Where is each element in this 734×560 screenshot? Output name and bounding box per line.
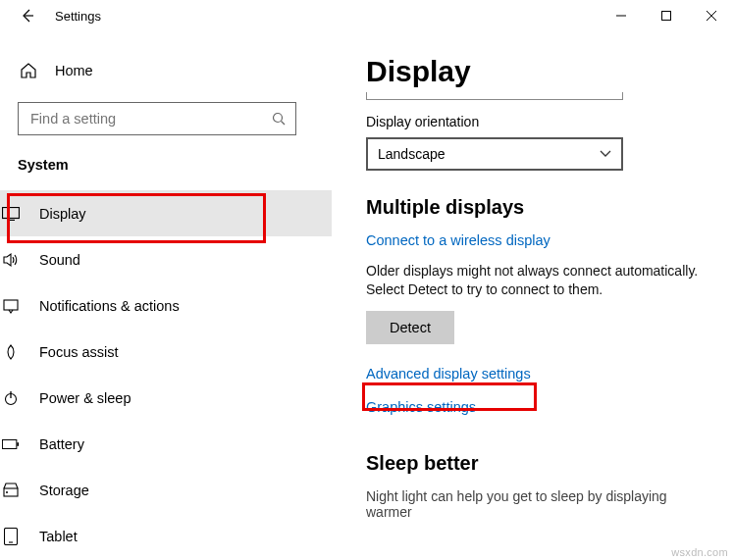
svg-rect-12: [2, 439, 16, 448]
power-icon: [2, 389, 20, 407]
nav-label: Sound: [39, 252, 80, 268]
search-icon: [272, 112, 286, 126]
home-icon: [20, 62, 37, 79]
close-icon: [707, 11, 716, 21]
watermark: wsxdn.com: [671, 546, 728, 558]
arrow-left-icon: [20, 8, 35, 24]
page-title: Display: [366, 55, 707, 88]
svg-point-15: [6, 491, 8, 493]
nav-item-power-sleep[interactable]: Power & sleep: [0, 375, 332, 421]
battery-icon: [2, 435, 20, 453]
nav-label: Tablet: [39, 529, 78, 544]
svg-rect-7: [3, 207, 20, 218]
svg-point-5: [274, 114, 283, 123]
storage-icon: [2, 482, 20, 499]
connect-wireless-link[interactable]: Connect to a wireless display: [366, 232, 550, 248]
display-icon: [2, 205, 20, 223]
search-box[interactable]: [18, 102, 296, 135]
svg-rect-13: [17, 442, 19, 446]
nav-item-display[interactable]: Display: [0, 190, 332, 236]
window-title: Settings: [55, 9, 101, 24]
close-button[interactable]: [689, 0, 734, 31]
nav-item-sound[interactable]: Sound: [0, 236, 332, 282]
sidebar: Home System Display Sound Notifi: [0, 31, 314, 560]
detect-button[interactable]: Detect: [366, 311, 454, 344]
home-label: Home: [55, 63, 93, 78]
svg-rect-9: [4, 300, 18, 310]
nav-item-storage[interactable]: Storage: [0, 467, 332, 513]
older-displays-text: Older displays might not always connect …: [366, 262, 707, 299]
nav-label: Power & sleep: [39, 390, 131, 406]
search-input[interactable]: [28, 110, 272, 127]
tablet-icon: [2, 528, 20, 545]
advanced-display-settings-link[interactable]: Advanced display settings: [366, 366, 531, 382]
orientation-dropdown[interactable]: Landscape: [366, 137, 623, 171]
graphics-settings-link[interactable]: Graphics settings: [366, 399, 476, 415]
sleep-better-heading: Sleep better: [366, 452, 707, 475]
maximize-icon: [661, 11, 671, 21]
multiple-displays-heading: Multiple displays: [366, 196, 707, 219]
minimize-icon: [616, 11, 626, 21]
nav-list: Display Sound Notifications & actions Fo…: [0, 190, 332, 559]
nav-item-notifications[interactable]: Notifications & actions: [0, 282, 332, 329]
minimize-button[interactable]: [599, 0, 644, 31]
nav-label: Battery: [39, 436, 84, 452]
nav-item-battery[interactable]: Battery: [0, 421, 332, 467]
svg-line-6: [282, 122, 286, 126]
maximize-button[interactable]: [644, 0, 689, 31]
previous-field-remnant: [366, 92, 623, 100]
nav-item-focus-assist[interactable]: Focus assist: [0, 329, 332, 375]
nav-label: Display: [39, 206, 86, 222]
svg-rect-2: [662, 12, 671, 21]
orientation-value: Landscape: [378, 146, 446, 162]
nav-label: Storage: [39, 483, 89, 498]
night-light-text: Night light can help you get to sleep by…: [366, 488, 707, 520]
home-link[interactable]: Home: [18, 51, 296, 90]
notifications-icon: [2, 297, 20, 315]
nav-item-tablet[interactable]: Tablet: [0, 513, 332, 559]
category-header: System: [18, 157, 296, 173]
back-button[interactable]: [8, 0, 47, 31]
chevron-down-icon: [600, 150, 611, 158]
content-pane: Display Display orientation Landscape Mu…: [339, 31, 734, 560]
focus-assist-icon: [2, 343, 20, 361]
nav-label: Focus assist: [39, 344, 119, 360]
detect-button-label: Detect: [390, 320, 431, 335]
orientation-label: Display orientation: [366, 114, 707, 129]
sound-icon: [2, 251, 20, 269]
nav-label: Notifications & actions: [39, 298, 180, 314]
